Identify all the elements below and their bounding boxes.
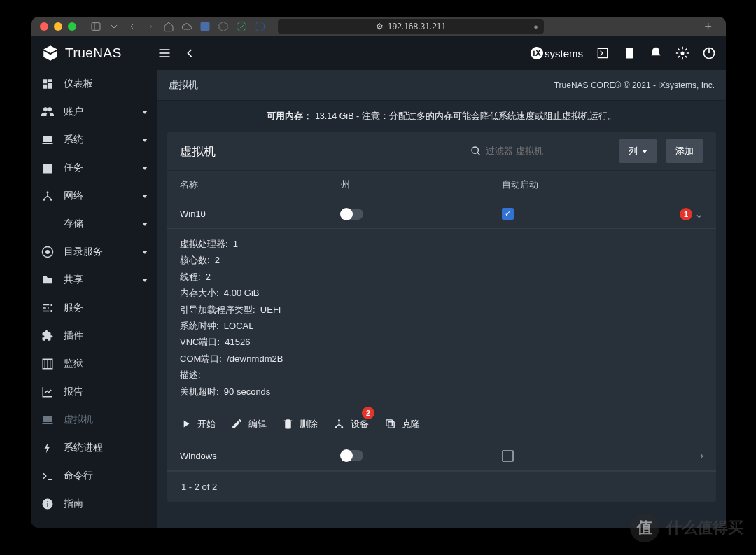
annotation-badge-1: 1	[680, 208, 692, 220]
js-ext-icon[interactable]	[200, 21, 211, 32]
terminal-icon	[41, 470, 54, 482]
sidebar-item-6[interactable]: 目录服务	[31, 238, 158, 266]
check-ext-icon[interactable]	[236, 21, 247, 32]
svg-rect-20	[388, 422, 395, 428]
filter-input[interactable]	[486, 146, 610, 156]
brand-logo[interactable]: TrueNAS	[41, 44, 158, 62]
sidebar-item-5[interactable]: 存储	[31, 210, 158, 238]
app-header: TrueNAS iXsystems	[31, 36, 726, 70]
truecmd-icon[interactable]	[596, 46, 610, 60]
memory-notice: 可用内存： 13.14 GiB - 注意：分配过多的内存可能会降低系统速度或阻止…	[158, 101, 726, 132]
watermark: 值 什么值得买	[630, 513, 743, 542]
delete-button[interactable]: 删除	[282, 418, 318, 430]
vm-details: 虚拟处理器: 1 核心数: 2 线程: 2 内存大小: 4.00 GiB 引导加…	[167, 229, 716, 409]
sidebar-item-2[interactable]: 系统	[31, 126, 158, 154]
sidebar-item-11[interactable]: 报告	[31, 378, 158, 406]
card-title: 虚拟机	[180, 143, 216, 160]
state-toggle[interactable]	[341, 209, 363, 220]
back-icon[interactable]	[183, 46, 197, 60]
sidebar-item-7[interactable]: 共享	[31, 266, 158, 294]
network-icon	[41, 190, 54, 202]
chevron-down-icon	[142, 167, 148, 170]
tune-icon	[41, 302, 54, 314]
col-header-state[interactable]: 州	[341, 178, 502, 191]
copyright: TrueNAS CORE® © 2021 - iXsystems, Inc.	[554, 80, 715, 90]
chevron-down-icon	[142, 139, 148, 142]
svg-point-11	[50, 199, 52, 201]
reader-icon[interactable]: ●	[533, 22, 538, 31]
svg-point-3	[237, 22, 246, 31]
brand-name: TrueNAS	[65, 45, 122, 61]
search-icon	[470, 146, 482, 157]
menu-toggle-icon[interactable]	[158, 46, 172, 60]
group-icon	[41, 106, 54, 118]
home-icon[interactable]	[163, 21, 174, 32]
cube-ext-icon[interactable]	[218, 21, 229, 32]
cloud-icon[interactable]	[181, 21, 192, 32]
svg-point-6	[681, 52, 685, 55]
sidebar-item-0[interactable]: 仪表板	[31, 70, 158, 98]
chevron-down-icon	[142, 251, 148, 254]
chevron-down-icon	[142, 111, 148, 114]
sidebar-item-13[interactable]: 系统进程	[31, 434, 158, 462]
sidebar-item-14[interactable]: 命令行	[31, 462, 158, 490]
svg-point-9	[47, 191, 49, 193]
sidebar-item-4[interactable]: 网络	[31, 182, 158, 210]
col-header-autostart[interactable]: 自动启动	[502, 178, 704, 191]
ixsystems-logo[interactable]: iXsystems	[531, 47, 583, 59]
svg-rect-5	[626, 48, 633, 59]
vm-row-windows[interactable]: Windows ›	[167, 442, 716, 471]
vm-row-win10[interactable]: Win10 1 ⌄	[167, 199, 716, 229]
process-icon	[41, 442, 54, 454]
url-bar[interactable]: ⚙ 192.168.31.211 ●	[278, 19, 544, 34]
sidebar-item-15[interactable]: i指南	[31, 490, 158, 518]
pagination-text: 1 - 2 of 2	[167, 471, 716, 502]
sidebar-item-1[interactable]: 账户	[31, 98, 158, 126]
window-minimize-button[interactable]	[54, 22, 62, 31]
nav-forward-icon[interactable]	[145, 21, 156, 32]
svg-point-4	[255, 22, 264, 31]
svg-point-10	[43, 199, 45, 201]
filter-search[interactable]	[470, 143, 610, 160]
chevron-down-icon[interactable]	[108, 21, 120, 32]
sidebar-item-9[interactable]: 插件	[31, 322, 158, 350]
new-tab-button[interactable]: +	[699, 20, 718, 34]
svg-point-17	[338, 420, 340, 422]
directory-icon	[41, 246, 54, 258]
devices-button[interactable]: 设备 2	[333, 418, 369, 430]
clipboard-icon[interactable]	[622, 46, 636, 60]
chevron-down-icon	[142, 195, 148, 198]
laptop-icon	[41, 414, 54, 426]
bell-icon[interactable]	[649, 46, 663, 60]
svg-rect-2	[201, 22, 209, 31]
sidebar-item-8[interactable]: 服务	[31, 294, 158, 322]
sidebar-toggle-icon[interactable]	[90, 21, 102, 32]
autostart-checkbox[interactable]	[502, 450, 514, 462]
power-icon[interactable]	[702, 46, 716, 60]
add-button[interactable]: 添加	[666, 139, 704, 163]
nav-back-icon[interactable]	[127, 21, 138, 32]
sidebar-item-3[interactable]: 任务	[31, 154, 158, 182]
columns-button[interactable]: 列	[619, 139, 657, 163]
state-toggle[interactable]	[341, 450, 363, 461]
url-text: 192.168.31.211	[388, 22, 446, 31]
report-icon	[41, 386, 54, 398]
start-button[interactable]: 开始	[180, 418, 216, 430]
edit-button[interactable]: 编辑	[231, 418, 267, 430]
autostart-checkbox[interactable]	[502, 208, 514, 220]
chevron-right-icon: ›	[700, 449, 704, 462]
svg-rect-21	[386, 420, 393, 426]
vm-card: 虚拟机 列 添加 名称 州 自动启动 Win10	[167, 132, 716, 502]
window-close-button[interactable]	[40, 22, 48, 31]
svg-point-18	[335, 426, 337, 428]
col-header-name[interactable]: 名称	[180, 178, 341, 191]
gear-icon[interactable]	[676, 46, 690, 60]
window-maximize-button[interactable]	[68, 22, 76, 31]
sidebar-item-10[interactable]: 监狱	[31, 350, 158, 378]
sidebar-item-12[interactable]: 虚拟机	[31, 406, 158, 434]
chevron-down-icon: ⌄	[694, 207, 704, 220]
onepass-ext-icon[interactable]	[254, 21, 265, 32]
svg-rect-0	[92, 23, 100, 31]
lock-icon: ⚙	[376, 22, 384, 31]
clone-button[interactable]: 克隆	[384, 418, 420, 430]
